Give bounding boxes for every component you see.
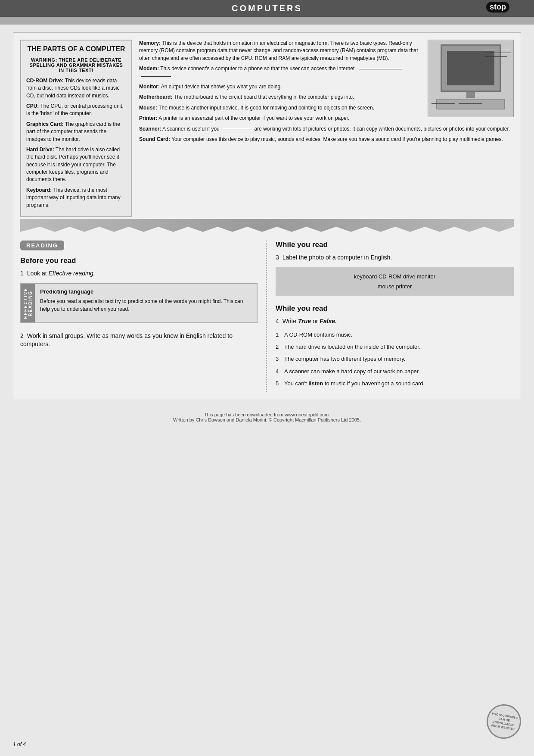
def-mouse: The mouse is another input device. It is… [158,105,374,111]
page-title: COMPUTERS [232,3,302,13]
reading-badge: READING [20,241,64,250]
while-read-item-4: 4 Write True or False. [276,317,514,326]
def-motherboard: The motherboard is the circiut board tha… [174,94,354,100]
effective-reading-sidebar: EFFECTIVE READING [21,284,35,322]
reading-section: READING Before you read 1 Look at Effect… [20,241,267,392]
logo: one stop clil [472,2,521,12]
effective-reading-box: EFFECTIVE READING Predicting language Be… [20,283,258,323]
left-entry-2: Graphics Card: The graphics card is the … [26,121,126,143]
bottom-section: READING Before you read 1 Look at Effect… [20,241,514,392]
box-title: THE PARTS OF A COMPUTER [26,45,126,54]
term-printer: Printer: [139,115,158,121]
while-you-read-heading-2: While you read [276,304,514,313]
term-memory: Memory: [139,40,161,46]
tf-item-1: A CD-ROM contains music. [276,331,514,339]
footer: This page has been downloaded from www.o… [0,412,534,427]
left-entry-0: CD-ROM Drive: This device reads data fro… [26,77,126,100]
term-cdrom: CD-ROM Drive: [26,78,64,84]
right-entry-7: Sound Card: Your computer uses this devi… [139,136,514,143]
term-motherboard: Motherboard: [139,94,172,100]
left-column: THE PARTS OF A COMPUTER WARNING: THERE A… [20,40,132,217]
blank-line-3 [223,129,253,129]
def-memory: This is the device that holds informatio… [139,40,418,61]
left-entry-3: Hard Drive: The hard drive is also calle… [26,146,126,184]
true-italic: True [298,318,313,325]
tf-item-5: You can't listen to music if you haven't… [276,380,514,387]
def-cpu: The CPU, or central processing unit, is … [26,103,124,116]
false-italic: False. [320,318,337,325]
while-you-read-heading-1: While you read [276,241,514,249]
computer-image [428,40,514,117]
blank-line-2 [141,76,171,77]
tf-item-4: A scanner can make a hard copy of our wo… [276,368,514,375]
def-scanner-cont: are working with lots of pictures or pho… [254,126,510,132]
effective-reading-content: Predicting language Before you read a sp… [35,284,257,322]
true-false-list: A CD-ROM contains music. The hard drive … [276,331,514,387]
gray-bar [0,17,534,25]
header: COMPUTERS one stop clil [0,0,534,17]
warning-text: WARNING: THERE ARE DELIBERATE SPELLING A… [26,57,126,73]
def-modem: This device connect's a computer to a ph… [160,66,356,72]
def-monitor: An output device that shows you what you… [161,84,282,90]
def-printer: A printer is an essenzial part of the co… [158,115,349,121]
before-you-read-heading: Before you read [20,256,258,265]
footer-line2: Written by Chris Dawson and Daniela Mori… [0,417,534,422]
left-entry-1: CPU: The CPU, or central processing unit… [26,103,126,118]
footer-line1: This page has been downloaded from www.o… [0,412,534,417]
top-section: THE PARTS OF A COMPUTER WARNING: THERE A… [20,40,514,217]
page-number: 1 of 4 [13,741,26,747]
tf-item-3: The computer has two different types of … [276,355,514,363]
while-you-read-section: While you read 3 Label the photo of a co… [267,241,514,392]
term-cpu: CPU: [26,103,39,109]
monitor-stand [466,92,475,98]
blank-line-1 [359,69,402,69]
wave-divider [20,219,514,232]
term-monitor: Monitor: [139,84,160,90]
right-entry-6: Scanner: A scanner is useful if you are … [139,125,514,133]
effective-reading-body: Before you read a specialist text try to… [40,297,251,313]
tf-item-2: The hard drive is located on the inside … [276,343,514,351]
keyboard-image [436,99,505,109]
effective-reading-title: Predicting language [40,288,251,295]
term-scanner: Scanner: [139,126,161,132]
term-graphics: Graphics Card: [26,121,64,127]
logo-stop: stop [486,2,509,12]
main-content: THE PARTS OF A COMPUTER WARNING: THERE A… [13,32,521,399]
def-scanner: A scanner is useful if you [162,126,253,132]
reading-item-2: 2 Work in small groups. Write as many wo… [20,332,258,349]
def-soundcard: Your computer uses this device to play m… [171,136,503,142]
logo-clil: clil [510,3,521,12]
term-mouse: Mouse: [139,105,157,111]
right-column: Memory: This is the device that holds in… [139,40,514,217]
photocopiable-stamp: PHOTOCOPIABLE CAN BE DOWNLOADED FROM WEB… [484,702,524,742]
left-entry-4: Keyboard: This device, is the most impor… [26,187,126,209]
term-modem: Modem: [139,66,159,72]
term-harddrive: Hard Drive: [26,147,54,153]
logo-one: one [472,3,485,12]
term-keyboard: Keyboard: [26,187,52,193]
while-read-item-3: 3 Label the photo of a computer in Engli… [276,253,514,262]
term-soundcard: Sound Card: [139,136,170,142]
reading-item-1: 1 Look at Effective reading. [20,269,258,278]
word-box: keyboard CD-ROM drive monitor mouse prin… [276,267,514,296]
